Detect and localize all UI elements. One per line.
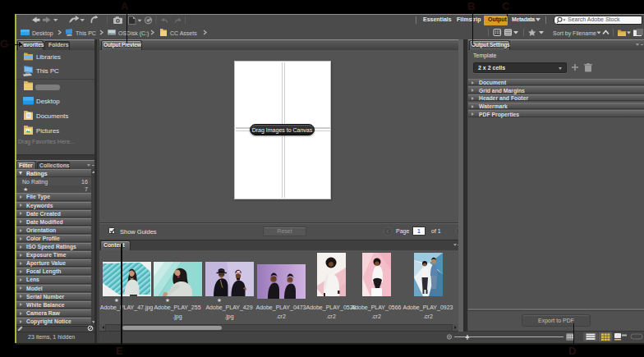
- svg-text:This PC: This PC: [76, 30, 96, 36]
- svg-text:Desktop: Desktop: [32, 30, 53, 37]
- svg-text:Sort by Filename: Sort by Filename: [553, 30, 596, 37]
- svg-text:OSDisk (C:): OSDisk (C:): [118, 30, 149, 37]
- svg-text:Documents: Documents: [36, 112, 69, 120]
- svg-text:Libraries: Libraries: [36, 53, 61, 61]
- svg-text:Pictures: Pictures: [36, 127, 59, 135]
- svg-text:CC Assets: CC Assets: [170, 30, 197, 36]
- svg-text:Drag Favorites Here...: Drag Favorites Here...: [18, 139, 75, 145]
- svg-text:This PC: This PC: [36, 67, 59, 75]
- svg-text:Desktop: Desktop: [36, 98, 60, 105]
